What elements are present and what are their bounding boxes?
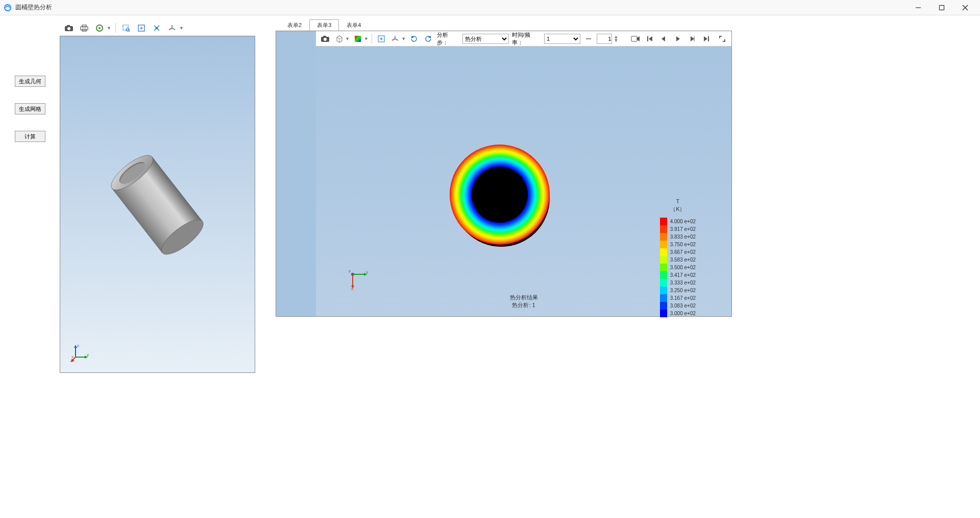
orientation-triad-icon: y x z (347, 268, 369, 291)
svg-rect-2 (940, 5, 944, 10)
legend-value: 3.417 e+02 (670, 272, 696, 278)
legend-row: 3.833 e+02 (660, 233, 696, 241)
generate-geometry-button[interactable]: 生成几何 (15, 76, 45, 87)
compute-button[interactable]: 计算 (15, 131, 45, 142)
svg-point-41 (324, 38, 327, 41)
legend-swatch (660, 248, 667, 256)
colorbar-legend: T （K） 4.000 e+023.917 e+023.833 e+023.75… (660, 198, 696, 317)
result-contour (449, 144, 551, 246)
svg-point-64 (450, 145, 550, 245)
legend-swatch (660, 294, 667, 302)
legend-swatch (660, 241, 667, 248)
record-icon[interactable] (629, 33, 642, 45)
step-forward-icon[interactable] (686, 33, 698, 45)
svg-point-7 (67, 27, 70, 30)
legend-row: 4.000 e+02 (660, 218, 696, 225)
legend-swatch (660, 218, 667, 225)
maximize-button[interactable] (930, 0, 953, 15)
print-icon[interactable] (78, 22, 90, 34)
legend-swatch (660, 233, 667, 241)
svg-rect-40 (323, 36, 326, 37)
fit-view-icon[interactable] (375, 33, 387, 45)
legend-value: 3.250 e+02 (670, 288, 696, 293)
svg-point-12 (99, 27, 101, 29)
legend-row: 3.583 e+02 (660, 256, 696, 264)
legend-row: 3.500 e+02 (660, 264, 696, 271)
svg-text:z: z (349, 269, 351, 273)
link-icon[interactable] (582, 33, 595, 45)
skip-start-icon[interactable] (644, 33, 656, 45)
svg-marker-57 (676, 36, 680, 41)
axis-icon[interactable] (389, 33, 402, 45)
snapshot-icon[interactable] (319, 33, 331, 45)
dropdown-caret-icon[interactable]: ▼ (345, 36, 350, 41)
legend-swatch (660, 264, 667, 271)
legend-value: 3.500 e+02 (670, 265, 696, 270)
legend-swatch (660, 271, 667, 279)
legend-swatch (660, 225, 667, 233)
snapshot-icon[interactable] (63, 22, 75, 34)
cube-view-icon[interactable] (333, 33, 346, 45)
legend-row: 3.167 e+02 (660, 294, 696, 302)
tab-form3[interactable]: 表单3 (309, 19, 339, 31)
svg-marker-58 (691, 36, 694, 41)
window-title: 圆桶壁热分析 (15, 3, 906, 12)
tab-form4[interactable]: 表单4 (339, 19, 369, 31)
step-select[interactable]: 热分析 (462, 34, 509, 44)
tab-form2[interactable]: 表单2 (280, 19, 309, 31)
svg-line-23 (172, 28, 175, 30)
result-panel: ▼ ▼ ▼ (276, 31, 732, 317)
legend-value: 3.750 e+02 (670, 242, 696, 247)
minimize-button[interactable] (906, 0, 930, 15)
legend-variable: T (660, 198, 696, 205)
dropdown-caret-icon[interactable]: ▼ (179, 26, 184, 31)
step-label: 分析步： (437, 31, 459, 46)
legend-value: 3.833 e+02 (670, 234, 696, 240)
time-select[interactable]: 1 (544, 34, 580, 44)
dropdown-caret-icon[interactable]: ▼ (364, 36, 369, 41)
close-button[interactable] (953, 0, 977, 15)
svg-marker-56 (662, 36, 665, 41)
rotate-ccw-icon[interactable] (422, 33, 434, 45)
fit-view-icon[interactable] (135, 22, 148, 34)
legend-swatch (660, 287, 667, 294)
geometry-toolbar: ▼ ▼ (60, 20, 255, 36)
step-back-icon[interactable] (658, 33, 670, 45)
geometry-model (106, 144, 208, 266)
rotate-cw-icon[interactable] (408, 33, 420, 45)
expand-icon[interactable] (716, 33, 728, 45)
skip-end-icon[interactable] (700, 33, 713, 45)
colormap-icon[interactable] (352, 33, 364, 45)
svg-text:x: x (71, 355, 74, 359)
spinner-icon[interactable]: ▲▼ (614, 35, 619, 42)
legend-swatch (660, 310, 667, 317)
svg-line-15 (129, 31, 130, 32)
legend-value: 3.000 e+02 (670, 311, 696, 316)
svg-line-24 (169, 28, 172, 30)
toolbar-separator (372, 34, 372, 44)
svg-text:y: y (366, 270, 368, 274)
legend-row: 3.000 e+02 (660, 310, 696, 317)
legend-row: 3.417 e+02 (660, 271, 696, 279)
legend-value: 3.917 e+02 (670, 226, 696, 232)
legend-row: 3.750 e+02 (660, 241, 696, 248)
play-icon[interactable] (672, 33, 684, 45)
legend-value: 3.333 e+02 (670, 280, 696, 286)
zoom-window-icon[interactable] (120, 22, 132, 34)
result-caption-line1: 热分析结果 (510, 294, 538, 301)
svg-rect-9 (82, 25, 86, 27)
dropdown-caret-icon[interactable]: ▼ (401, 36, 406, 41)
legend-value: 3.583 e+02 (670, 257, 696, 263)
legend-row: 3.917 e+02 (660, 225, 696, 233)
dropdown-caret-icon[interactable]: ▼ (107, 26, 111, 31)
rotate-icon[interactable] (151, 22, 163, 34)
frame-input[interactable] (597, 34, 612, 44)
geometry-viewport[interactable]: z y x (60, 36, 255, 373)
legend-row: 3.083 e+02 (660, 302, 696, 310)
svg-rect-13 (123, 25, 128, 30)
time-label: 时间/频率： (512, 31, 541, 46)
axis-icon[interactable] (166, 22, 178, 34)
render-style-icon[interactable] (93, 22, 106, 34)
generate-mesh-button[interactable]: 生成网格 (15, 103, 45, 114)
legend-swatch (660, 302, 667, 310)
